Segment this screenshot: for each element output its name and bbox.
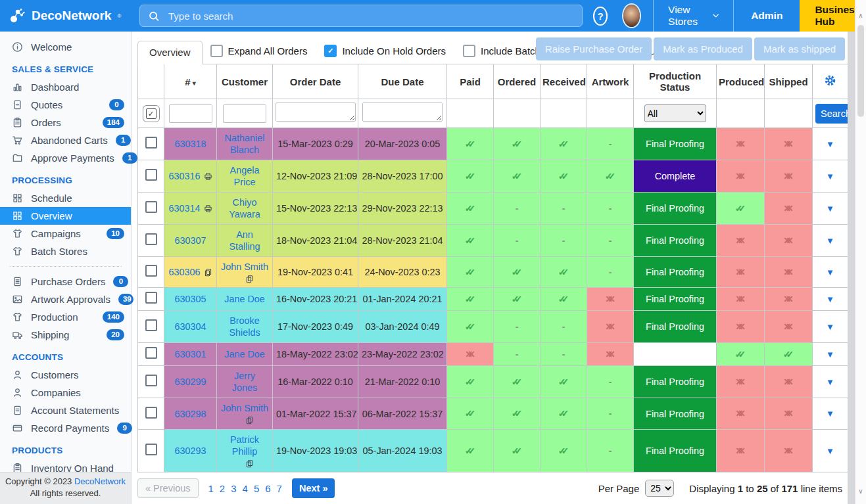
- customer-link[interactable]: Jane Doe: [224, 349, 265, 359]
- expand-row-arrow[interactable]: ▼: [826, 267, 834, 277]
- sidebar-item-companies[interactable]: Companies: [0, 384, 131, 401]
- customer-link[interactable]: John Smith: [221, 403, 268, 413]
- customer-link[interactable]: Jerry Jones: [232, 371, 257, 393]
- expand-row-arrow[interactable]: ▼: [826, 139, 834, 149]
- sidebar-item-schedule[interactable]: Schedule: [0, 189, 131, 207]
- page-link[interactable]: 3: [231, 483, 236, 494]
- sidebar-item-approve-payments[interactable]: Approve Payments 1: [0, 149, 131, 167]
- page-link[interactable]: 6: [265, 483, 270, 494]
- row-checkbox[interactable]: [145, 407, 157, 419]
- artwork-cell: ✕✕: [587, 288, 634, 311]
- window-scrollbar[interactable]: [855, 0, 866, 504]
- production-status-filter[interactable]: All: [644, 104, 706, 122]
- order-number-link[interactable]: 630316: [168, 171, 200, 181]
- next-page-button[interactable]: Next »: [292, 478, 335, 498]
- customer-link[interactable]: Patrick Phillip: [230, 434, 259, 457]
- col-customer[interactable]: Customer: [217, 64, 273, 99]
- page-link[interactable]: 5: [254, 483, 259, 494]
- sidebar-item-artwork-approvals[interactable]: Artwork Approvals 39: [0, 290, 131, 308]
- sidebar-item-batch-stores[interactable]: Batch Stores: [0, 242, 131, 260]
- row-checkbox[interactable]: [145, 292, 157, 304]
- filter-due-date-input[interactable]: [362, 103, 443, 122]
- page-link[interactable]: 2: [220, 483, 225, 494]
- order-number-link[interactable]: 630305: [174, 294, 206, 304]
- page-link[interactable]: 1: [208, 483, 214, 494]
- row-checkbox[interactable]: [145, 347, 157, 359]
- raise-purchase-order-button[interactable]: Raise Purchase Order: [536, 37, 652, 60]
- row-checkbox[interactable]: [145, 319, 157, 331]
- row-checkbox[interactable]: [145, 137, 157, 149]
- sidebar-item-dashboard[interactable]: Dashboard: [0, 78, 131, 96]
- help-icon[interactable]: ?: [593, 7, 608, 26]
- col-due-date[interactable]: Due Date: [358, 64, 447, 99]
- scrollbar-thumb[interactable]: [857, 25, 864, 117]
- col-order-date[interactable]: Order Date: [273, 64, 358, 99]
- expand-row-arrow[interactable]: ▼: [826, 446, 834, 456]
- sidebar-item-account-statements[interactable]: Account Statements: [0, 401, 131, 419]
- filter-number-input[interactable]: [169, 104, 212, 123]
- page-link[interactable]: 7: [277, 483, 282, 494]
- order-number-link[interactable]: 630304: [174, 321, 206, 332]
- filter-order-date-input[interactable]: [276, 103, 356, 122]
- customer-link[interactable]: Nathaniel Blanch: [225, 133, 265, 155]
- include-on-hold-orders-checkbox[interactable]: Include On Hold Orders: [324, 45, 446, 57]
- sidebar-item-purchase-orders[interactable]: Purchase Orders 0: [0, 273, 131, 290]
- brand[interactable]: DecoNetwork®: [0, 7, 137, 25]
- row-checkbox[interactable]: [145, 444, 157, 455]
- order-number-link[interactable]: 630306: [168, 267, 200, 277]
- row-checkbox[interactable]: [145, 201, 157, 213]
- order-number-link[interactable]: 630318: [174, 139, 206, 149]
- customer-link[interactable]: Ann Stalling: [229, 229, 260, 252]
- order-number-link[interactable]: 630299: [174, 377, 206, 387]
- select-all-checkbox[interactable]: [143, 105, 160, 122]
- sidebar-item-orders[interactable]: Orders 184: [0, 114, 131, 131]
- col-number[interactable]: #▾: [164, 64, 217, 99]
- sidebar-item-abandoned-carts[interactable]: Abandoned Carts 1: [0, 131, 131, 149]
- row-checkbox[interactable]: [145, 169, 157, 181]
- expand-row-arrow[interactable]: ▼: [826, 172, 834, 181]
- order-number-link[interactable]: 630301: [174, 349, 206, 359]
- row-checkbox[interactable]: [145, 375, 157, 386]
- sidebar-item-production[interactable]: Production 140: [0, 308, 131, 326]
- sidebar-item-overview[interactable]: Overview: [0, 207, 131, 225]
- customer-link[interactable]: Angela Price: [230, 165, 260, 187]
- customer-link[interactable]: Brooke Shields: [229, 315, 260, 338]
- search-input[interactable]: [167, 10, 574, 22]
- filter-customer-input[interactable]: [223, 104, 266, 123]
- mark-as-shipped-button[interactable]: Mark as shipped: [754, 37, 845, 60]
- search-box[interactable]: [139, 5, 583, 27]
- customer-link[interactable]: John Smith: [221, 262, 268, 272]
- expand-row-arrow[interactable]: ▼: [826, 236, 834, 246]
- sidebar-item-welcome[interactable]: Welcome: [0, 38, 131, 56]
- customer-link[interactable]: Chiyo Yawara: [229, 197, 260, 219]
- order-number-link[interactable]: 630314: [168, 203, 200, 214]
- previous-page-button[interactable]: « Previous: [137, 478, 199, 498]
- per-page-select[interactable]: 25: [645, 480, 674, 497]
- expand-row-arrow[interactable]: ▼: [826, 350, 834, 359]
- expand-row-arrow[interactable]: ▼: [826, 377, 834, 387]
- sidebar-item-customers[interactable]: Customers: [0, 366, 131, 384]
- order-number-link[interactable]: 630293: [174, 446, 206, 456]
- page-link[interactable]: 4: [243, 483, 248, 494]
- user-avatar[interactable]: [623, 5, 640, 27]
- expand-row-arrow[interactable]: ▼: [826, 322, 834, 332]
- view-stores-menu[interactable]: View Stores: [653, 0, 733, 32]
- sidebar-item-shipping[interactable]: Shipping 20: [0, 326, 131, 344]
- tab-overview[interactable]: Overview: [137, 41, 203, 64]
- expand-row-arrow[interactable]: ▼: [826, 294, 834, 304]
- row-checkbox[interactable]: [145, 265, 157, 277]
- expand-row-arrow[interactable]: ▼: [826, 204, 834, 214]
- admin-tab[interactable]: Admin: [733, 0, 800, 32]
- order-number-link[interactable]: 630307: [174, 235, 206, 246]
- column-settings-button[interactable]: [813, 64, 848, 99]
- deconetwork-link[interactable]: DecoNetwork: [74, 476, 126, 486]
- order-number-link[interactable]: 630298: [174, 409, 206, 419]
- customer-link[interactable]: Jane Doe: [224, 294, 265, 304]
- sidebar-item-record-payments[interactable]: Record Payments 9: [0, 419, 131, 437]
- sidebar-item-campaigns[interactable]: Campaigns 10: [0, 225, 131, 242]
- expand-all-orders-checkbox[interactable]: Expand All Orders: [210, 45, 308, 57]
- row-checkbox[interactable]: [145, 233, 157, 245]
- mark-as-produced-button[interactable]: Mark as Produced: [654, 37, 752, 60]
- expand-row-arrow[interactable]: ▼: [826, 409, 834, 419]
- sidebar-item-quotes[interactable]: Quotes 0: [0, 96, 131, 114]
